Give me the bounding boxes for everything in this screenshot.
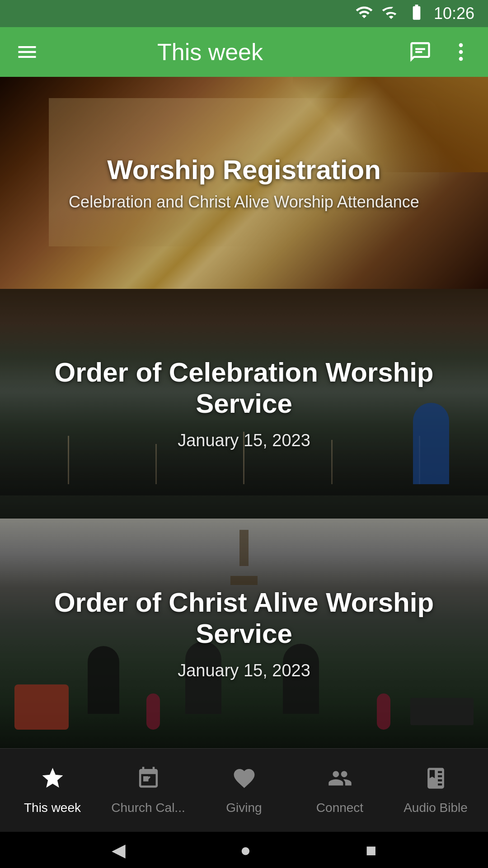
- card-worship-registration[interactable]: Worship Registration Celebration and Chr…: [0, 77, 488, 289]
- battery-icon: [408, 3, 426, 24]
- card-1-content: Worship Registration Celebration and Chr…: [0, 77, 488, 289]
- nav-label-connect: Connect: [316, 801, 363, 815]
- more-button[interactable]: [447, 38, 474, 66]
- people-icon: [328, 766, 352, 796]
- status-time: 10:26: [434, 4, 474, 23]
- card-christ-alive-worship[interactable]: Order of Christ Alive Worship Service Ja…: [0, 519, 488, 748]
- svg-rect-0: [415, 48, 425, 50]
- signal-icon: [381, 3, 399, 24]
- svg-point-2: [459, 43, 463, 47]
- nav-label-audio-bible: Audio Bible: [404, 801, 468, 815]
- card-1-subtitle: Celebration and Christ Alive Worship Att…: [69, 193, 419, 212]
- card-3-content: Order of Christ Alive Worship Service Ja…: [0, 519, 488, 748]
- status-icons: 10:26: [355, 3, 474, 24]
- heart-icon: [232, 766, 257, 796]
- nav-item-this-week[interactable]: This week: [5, 759, 100, 822]
- card-1-title: Worship Registration: [107, 154, 381, 185]
- nav-label-church-cal: Church Cal...: [111, 801, 185, 815]
- bible-icon: [423, 766, 448, 796]
- svg-rect-1: [415, 51, 422, 53]
- main-content: Worship Registration Celebration and Chr…: [0, 77, 488, 748]
- calendar-icon: [136, 766, 161, 796]
- app-bar-actions: [407, 38, 474, 66]
- home-button[interactable]: ●: [240, 840, 251, 860]
- chat-button[interactable]: [407, 38, 434, 66]
- card-3-title: Order of Christ Alive Worship Service: [18, 587, 470, 649]
- bottom-nav: This week Church Cal... Giving C: [0, 748, 488, 832]
- nav-item-church-cal[interactable]: Church Cal...: [100, 759, 196, 822]
- nav-label-giving: Giving: [226, 801, 262, 815]
- nav-label-this-week: This week: [24, 801, 81, 815]
- recents-button[interactable]: ■: [366, 840, 376, 860]
- card-celebration-worship[interactable]: Order of Celebration Worship Service Jan…: [0, 289, 488, 519]
- wifi-icon: [355, 3, 373, 24]
- card-2-content: Order of Celebration Worship Service Jan…: [0, 289, 488, 519]
- system-nav-bar: ◀ ● ■: [0, 832, 488, 868]
- nav-item-giving[interactable]: Giving: [196, 759, 292, 822]
- status-bar: 10:26: [0, 0, 488, 27]
- svg-point-4: [459, 57, 463, 61]
- nav-item-connect[interactable]: Connect: [292, 759, 388, 822]
- star-icon: [40, 766, 65, 796]
- svg-point-3: [459, 50, 463, 54]
- app-bar-title: This week: [27, 38, 393, 66]
- app-bar: This week: [0, 27, 488, 77]
- back-button[interactable]: ◀: [112, 840, 126, 860]
- card-2-title: Order of Celebration Worship Service: [18, 357, 470, 419]
- card-3-date: January 15, 2023: [178, 661, 310, 680]
- card-2-date: January 15, 2023: [178, 431, 310, 450]
- nav-item-audio-bible[interactable]: Audio Bible: [388, 759, 483, 822]
